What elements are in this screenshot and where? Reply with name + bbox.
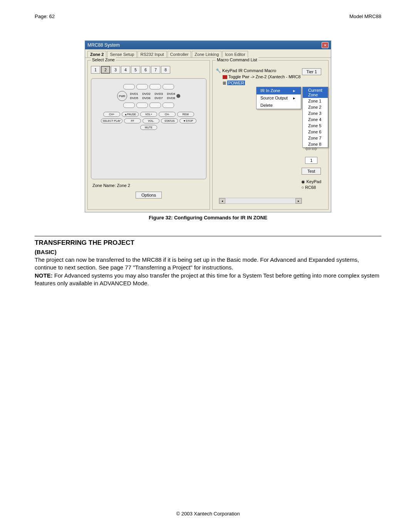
tab-sense-setup[interactable]: Sense Setup [107,51,137,57]
select-play[interactable]: SELECT PLAY [101,118,122,123]
submenu-zone-8[interactable]: Zone 8 [303,141,328,147]
tab-strip: Zone 2 Sense Setup RS232 Input Controlle… [85,49,331,58]
submenu-zone-3[interactable]: Zone 3 [303,110,328,116]
zone-name-value: Zone 2 [117,183,130,188]
screenshot-figure: MRC88 System ✕ Zone 2 Sense Setup RS232 … [85,40,331,221]
submenu-arrow-icon: ▸ [293,96,295,101]
tree-toggle: Toggle Pwr -> Zne-2 (Xantech - MRC8 [228,74,300,79]
submenu-zone-5[interactable]: Zone 5 [303,123,328,129]
close-icon[interactable]: ✕ [322,42,329,48]
zone-btn-5[interactable]: 5 [131,66,140,74]
dvd5[interactable]: DVD5 [129,96,139,100]
radio-rc68[interactable]: ○ RC68 [301,185,321,190]
submenu-zone-7[interactable]: Zone 7 [303,135,328,141]
zone-btn-1[interactable]: 1 [91,66,100,74]
tab-rs232[interactable]: RS232 Input [138,51,166,57]
tab-controller[interactable]: Controller [168,51,191,57]
menu-source-output[interactable]: Source Output▸ [257,94,301,102]
rew[interactable]: REW [177,112,194,117]
menu-ir-in-zone[interactable]: IR In Zone▸ [257,87,301,94]
paragraph-1: The project can now be transferred to th… [35,256,381,272]
submenu-zone-1[interactable]: Zone 1 [303,98,328,104]
section-subtitle: (BASIC) [35,248,381,256]
zone-btn-7[interactable]: 7 [151,66,160,74]
zone-btn-2[interactable]: 2 [101,66,110,74]
zone-name-row: Zone Name: Zone 2 [92,183,205,188]
scroll-left-icon[interactable]: ◂ [219,198,225,204]
submenu-zone-6[interactable]: Zone 6 [303,129,328,135]
zone-btn-3[interactable]: 3 [111,66,120,74]
section-title: TRANSFERRING THE PROJECT [35,239,381,247]
ch-down[interactable]: CH- [159,112,176,117]
figure-caption: Figure 32: Configuring Commands for IR I… [85,215,331,221]
ff[interactable]: FF [124,118,141,123]
scroll-right-icon[interactable]: ▸ [295,198,302,204]
tree-root: KeyPad IR Command Macro [222,68,276,73]
tab-zone2[interactable]: Zone 2 [87,51,106,57]
select-zone-title: Select Zone [91,57,116,62]
select-zone-group: Select Zone 1 2 3 4 5 6 7 8 PWR [87,60,210,210]
model-label: Model MRC88 [349,13,381,19]
dvd8[interactable]: DVD8 [166,96,176,100]
index-box: 1 [305,157,317,164]
zone-btn-4[interactable]: 4 [121,66,130,74]
submenu-zone-2[interactable]: Zone 2 [303,104,328,110]
note-label: NOTE: [35,272,53,279]
page-number: Page: 62 [35,13,55,19]
pause[interactable]: ▲PAUSE [122,112,139,117]
body-text: TRANSFERRING THE PROJECT (BASIC) The pro… [0,236,416,287]
window-title: MRC88 System [87,42,120,48]
keypad-graphic: PWR DVD1 DVD2 DVD3 DVD4 DVD5 DVD6 [91,78,206,179]
zone-name-label: Zone Name: [92,183,116,188]
tab-icon-editor[interactable]: Icon Editor [222,51,248,57]
dvd6[interactable]: DVD6 [141,96,152,100]
options-button[interactable]: Options [136,192,162,199]
radio-group: ◉ KeyPad ○ RC68 [301,178,321,190]
submenu-arrow-icon: ▸ [293,88,295,93]
zone-btn-8[interactable]: 8 [161,66,170,74]
titlebar: MRC88 System ✕ [85,41,331,49]
ch-up[interactable]: CH+ [103,112,120,117]
dvd2[interactable]: DVD2 [141,92,152,96]
status[interactable]: STATUS [161,118,178,123]
tier-button[interactable]: Tier 1 [302,68,321,75]
tree-power[interactable]: POWER [227,81,245,85]
context-menu[interactable]: IR In Zone▸ Source Output▸ Delete [256,87,301,109]
submenu-zone-4[interactable]: Zone 4 [303,116,328,123]
tab-zone-linking[interactable]: Zone Linking [192,51,221,57]
dvd4[interactable]: DVD4 [166,92,176,96]
paragraph-2: NOTE: For Advanced systems you may also … [35,272,381,288]
app-window: MRC88 System ✕ Zone 2 Sense Setup RS232 … [85,40,331,212]
mute[interactable]: MUTE [140,125,157,130]
vol-up[interactable]: VOL+ [140,112,157,117]
ir-receiver-icon [176,94,180,98]
macro-title: Macro Command List [216,57,258,62]
zone-submenu[interactable]: Current Zone Zone 1 Zone 2 Zone 3 Zone 4… [302,87,328,148]
dvd1[interactable]: DVD1 [129,92,139,96]
stop[interactable]: ▼STOP [179,118,196,123]
macro-command-group: Macro Command List Tier 1 🔧 KeyPad IR Co… [212,60,329,210]
horizontal-scrollbar[interactable]: ◂ ▸ [219,198,302,204]
dvd7[interactable]: DVD7 [153,96,164,100]
zone-btn-6[interactable]: 6 [141,66,150,74]
radio-keypad[interactable]: ◉ KeyPad [301,179,321,184]
menu-delete[interactable]: Delete [257,102,301,109]
submenu-current-zone[interactable]: Current Zone [303,87,328,98]
pwr-button[interactable]: PWR [117,91,127,101]
footer-copyright: © 2003 Xantech Corporation [0,511,416,517]
vol-down[interactable]: VOL- [143,118,159,123]
test-button[interactable]: Test [302,168,321,175]
dvd3[interactable]: DVD3 [153,92,164,96]
